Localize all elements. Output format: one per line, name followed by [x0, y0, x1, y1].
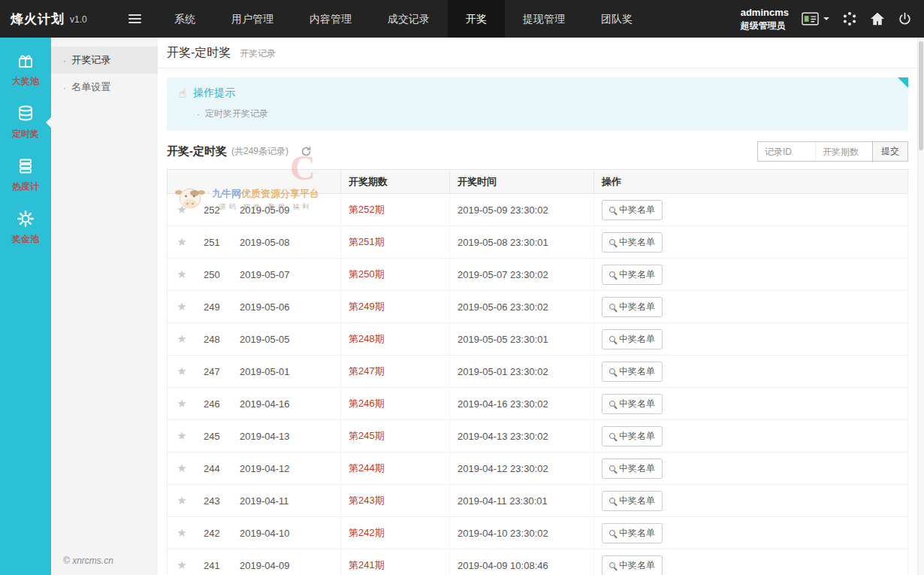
search-icon	[609, 530, 615, 536]
record-id: 249	[196, 291, 232, 322]
issue-number-input[interactable]	[815, 142, 872, 161]
issue-cell: 第243期	[341, 485, 450, 516]
issue-link[interactable]: 第250期	[349, 268, 385, 281]
winners-list-button[interactable]: 中奖名单	[602, 426, 663, 446]
issue-link[interactable]: 第243期	[349, 494, 385, 507]
winners-list-button[interactable]: 中奖名单	[602, 200, 663, 220]
issue-link[interactable]: 第249期	[349, 300, 385, 313]
breadcrumb: 开奖记录	[240, 47, 276, 60]
nav-item-system[interactable]: 系统	[156, 0, 213, 38]
profile-card-icon[interactable]	[802, 12, 829, 26]
winners-list-button[interactable]: 中奖名单	[602, 394, 663, 414]
record-count: (共249条记录)	[231, 145, 288, 158]
nav-item-team-award[interactable]: 团队奖	[583, 0, 651, 38]
sidebar-item-timed-lottery[interactable]: 定时奖	[0, 96, 51, 149]
nav-item-lottery[interactable]: 开奖	[448, 0, 505, 38]
home-icon[interactable]	[870, 12, 885, 26]
submenu-item-draw-records[interactable]: · 开奖记录	[51, 47, 158, 74]
issue-link[interactable]: 第244期	[349, 462, 385, 475]
database-icon	[17, 104, 35, 125]
issue-cell: 第242期	[341, 517, 450, 549]
vertical-scrollbar[interactable]	[917, 38, 924, 575]
nav-item-deal-records[interactable]: 成交记录	[370, 0, 448, 38]
gift-icon	[17, 52, 35, 72]
apps-dots-icon[interactable]	[842, 11, 857, 26]
action-cell: 中奖名单	[594, 259, 907, 290]
star-icon[interactable]: ★	[177, 300, 186, 313]
star-icon[interactable]: ★	[177, 203, 186, 216]
table-row: ★ 243 2019-04-11 第243期 2019-04-11 23:30:…	[168, 485, 907, 517]
action-cell: 中奖名单	[594, 356, 907, 387]
favorite-cell: ★	[168, 452, 196, 484]
winners-list-button[interactable]: 中奖名单	[602, 329, 663, 350]
issue-link[interactable]: 第242期	[349, 526, 385, 540]
issue-link[interactable]: 第247期	[349, 365, 385, 378]
chevron-down-icon	[823, 17, 829, 23]
draw-time: 2019-05-01 23:30:02	[450, 356, 594, 387]
favorite-cell: ★	[168, 291, 196, 322]
submit-button[interactable]: 提交	[872, 142, 907, 161]
issue-link[interactable]: 第248期	[349, 332, 385, 346]
nav-item-user-mgmt[interactable]: 用户管理	[213, 0, 291, 38]
header-issue: 开奖期数	[341, 170, 450, 193]
submenu-item-label: 开奖记录	[71, 53, 110, 67]
winners-list-button[interactable]: 中奖名单	[602, 362, 663, 382]
bullet: ·	[197, 109, 200, 120]
record-date: 2019-05-06	[232, 291, 341, 322]
table-row: ★ 252 2019-05-09 第252期 2019-05-09 23:30:…	[168, 194, 907, 226]
star-icon[interactable]: ★	[177, 558, 186, 572]
record-id: 241	[196, 549, 232, 575]
sidebar-item-label: 热度计	[12, 180, 39, 193]
issue-link[interactable]: 第252期	[349, 203, 385, 216]
record-id: 245	[196, 420, 232, 452]
winners-list-label: 中奖名单	[619, 559, 655, 572]
issue-cell: 第248期	[341, 323, 450, 355]
table-row: ★ 250 2019-05-07 第250期 2019-05-07 23:30:…	[168, 259, 907, 291]
record-id-input[interactable]	[758, 142, 815, 161]
star-icon[interactable]: ★	[177, 397, 186, 410]
issue-link[interactable]: 第246期	[349, 397, 385, 410]
sidebar-item-grand-prize-pool[interactable]: 大奖池	[0, 44, 51, 96]
winners-list-label: 中奖名单	[619, 398, 655, 410]
hand-pointer-icon: ☝	[179, 87, 186, 100]
winners-list-button[interactable]: 中奖名单	[602, 265, 663, 285]
favorite-cell: ★	[168, 356, 196, 387]
record-date: 2019-04-09	[232, 549, 341, 575]
star-icon[interactable]: ★	[177, 332, 186, 346]
winners-list-button[interactable]: 中奖名单	[602, 458, 663, 479]
issue-link[interactable]: 第251期	[349, 235, 385, 249]
star-icon[interactable]: ★	[177, 429, 186, 443]
winners-list-button[interactable]: 中奖名单	[602, 297, 663, 317]
star-icon[interactable]: ★	[177, 462, 186, 475]
star-icon[interactable]: ★	[177, 494, 186, 507]
star-icon[interactable]: ★	[177, 268, 186, 281]
brand-name: 烽火计划	[11, 11, 65, 28]
nav-item-content-mgmt[interactable]: 内容管理	[291, 0, 370, 38]
search-icon	[609, 271, 615, 277]
winners-list-button[interactable]: 中奖名单	[602, 555, 663, 575]
winners-list-button[interactable]: 中奖名单	[602, 232, 663, 253]
logout-power-icon[interactable]	[898, 12, 912, 26]
table-row: ★ 248 2019-05-05 第248期 2019-05-05 23:30:…	[168, 323, 907, 356]
sidebar-item-heat-meter[interactable]: 热度计	[0, 149, 51, 201]
sidebar-item-bonus-pool[interactable]: 奖金池	[0, 201, 51, 254]
search-icon	[609, 304, 615, 310]
menu-collapse-icon[interactable]	[113, 0, 156, 38]
star-icon[interactable]: ★	[177, 526, 186, 540]
refresh-icon[interactable]	[300, 146, 312, 157]
bullet: ·	[63, 55, 66, 66]
nav-item-withdraw-mgmt[interactable]: 提现管理	[505, 0, 583, 38]
record-date: 2019-05-08	[232, 226, 341, 258]
brand-version: v1.0	[70, 14, 87, 25]
header-id	[196, 170, 232, 193]
scrollbar-thumb[interactable]	[919, 41, 923, 150]
winners-list-label: 中奖名单	[619, 268, 655, 281]
issue-link[interactable]: 第241期	[349, 558, 385, 572]
winners-list-button[interactable]: 中奖名单	[602, 491, 663, 511]
winners-list-button[interactable]: 中奖名单	[602, 523, 663, 543]
issue-cell: 第241期	[341, 549, 450, 575]
issue-link[interactable]: 第245期	[349, 429, 385, 443]
star-icon[interactable]: ★	[177, 365, 186, 378]
star-icon[interactable]: ★	[177, 235, 186, 249]
submenu-item-list-settings[interactable]: · 名单设置	[51, 74, 158, 101]
